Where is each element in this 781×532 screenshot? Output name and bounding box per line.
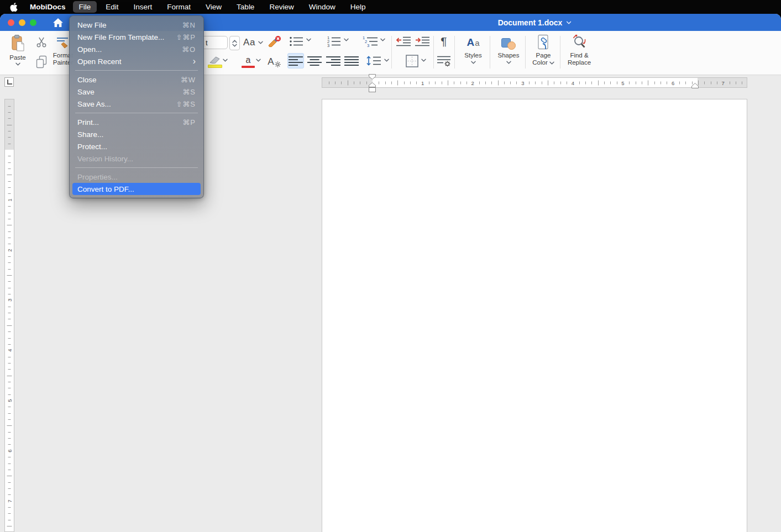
multilevel-list-button[interactable]: 123: [361, 34, 379, 49]
paste-button[interactable]: Paste: [4, 33, 31, 73]
document-title: Document 1.docx: [498, 18, 563, 27]
menubar-item-file[interactable]: File: [73, 1, 97, 13]
svg-text:3: 3: [327, 43, 329, 47]
menu-item-open[interactable]: Open...⌘O: [72, 43, 201, 55]
ruler-tick: [736, 81, 736, 84]
shapes-icon: [501, 33, 516, 52]
ruler-tick: [554, 81, 554, 84]
borders-chevron-icon[interactable]: [421, 59, 426, 62]
numbered-list-button[interactable]: 123: [326, 34, 342, 49]
first-line-indent-marker[interactable]: [369, 74, 376, 80]
menubar-item-format[interactable]: Format: [161, 1, 197, 13]
page-color-label-line2: Color: [532, 59, 547, 66]
menu-item-new-file[interactable]: New File⌘N: [72, 19, 201, 31]
shapes-button[interactable]: Shapes: [493, 33, 524, 73]
decrease-indent-button[interactable]: [395, 34, 412, 49]
ruler-tick: [8, 187, 11, 188]
copy-button[interactable]: [34, 54, 49, 70]
font-color-dropdown-chevron-icon[interactable]: [256, 59, 261, 62]
ruler-tick: [7, 125, 12, 125]
ruler-number: 1: [421, 80, 424, 86]
text-effects-button[interactable]: A: [266, 54, 282, 70]
show-paragraph-marks-button[interactable]: ¶: [437, 33, 451, 50]
menu-item-share[interactable]: Share...: [72, 128, 201, 140]
left-tab-icon: [7, 80, 12, 85]
ruler-tick: [348, 80, 348, 85]
cut-button[interactable]: [34, 34, 49, 50]
ruler-tick: [542, 81, 542, 84]
menubar-item-insert[interactable]: Insert: [128, 1, 159, 13]
document-page[interactable]: [322, 99, 747, 532]
align-left-button[interactable]: [287, 53, 304, 69]
ruler-tick: [711, 81, 711, 84]
ruler-tick: [654, 81, 655, 84]
tab-stop-selector[interactable]: [4, 77, 14, 87]
close-window-button[interactable]: [8, 19, 14, 26]
menu-item-save-as[interactable]: Save As...⇧⌘S: [72, 98, 201, 110]
bullet-list-button[interactable]: [288, 34, 305, 49]
ruler-tick: [8, 281, 11, 282]
ruler-tick: [460, 81, 461, 84]
home-button[interactable]: [52, 17, 64, 28]
ruler-tick: [560, 81, 561, 84]
ruler-tick: [491, 81, 492, 84]
multilevel-list-chevron-icon[interactable]: [380, 38, 385, 41]
highlight-dropdown-chevron-icon[interactable]: [223, 59, 228, 62]
menubar-item-window[interactable]: Window: [303, 1, 342, 13]
menu-item-print[interactable]: Print...⌘P: [72, 116, 201, 128]
ruler-tick: [8, 470, 11, 470]
menubar-item-review[interactable]: Review: [263, 1, 300, 13]
styles-button[interactable]: Aa Styles: [458, 33, 489, 73]
align-right-button[interactable]: [325, 53, 342, 69]
ruler-tick: [410, 81, 411, 84]
app-name[interactable]: MobiDocs: [30, 3, 66, 11]
menu-item-new-file-from-template[interactable]: New File From Template...⇧⌘P: [72, 31, 201, 43]
right-indent-marker[interactable]: [691, 83, 699, 88]
borders-button[interactable]: [403, 53, 421, 69]
apple-logo-icon[interactable]: [10, 3, 18, 12]
bullet-list-chevron-icon[interactable]: [306, 38, 311, 41]
find-replace-button[interactable]: Find & Replace: [563, 33, 596, 73]
menu-separator: [75, 167, 198, 168]
clear-formatting-button[interactable]: [266, 34, 282, 50]
font-color-button[interactable]: a: [240, 54, 256, 70]
ruler-number: 7: [7, 499, 13, 502]
line-options-button[interactable]: [436, 53, 452, 69]
ruler-tick: [8, 294, 11, 294]
menu-item-label: Protect...: [77, 143, 196, 151]
menubar-item-help[interactable]: Help: [344, 1, 372, 13]
text-effects-letter: A: [268, 56, 274, 67]
ruler-number: 3: [7, 299, 13, 302]
decrease-indent-icon: [396, 36, 411, 47]
change-case-button[interactable]: Aa: [241, 36, 265, 49]
menubar-item-table[interactable]: Table: [230, 1, 260, 13]
hanging-indent-marker[interactable]: [369, 82, 376, 87]
menu-item-convert-to-pdf[interactable]: Convert to PDF...: [72, 183, 201, 195]
ruler-number: 5: [621, 80, 624, 86]
page-color-button[interactable]: Page Color: [527, 33, 559, 73]
ruler-tick: [485, 81, 486, 84]
menu-item-save[interactable]: Save⌘S: [72, 86, 201, 98]
menubar-item-edit[interactable]: Edit: [99, 1, 124, 13]
menu-item-close[interactable]: Close⌘W: [72, 73, 201, 86]
increase-indent-button[interactable]: [413, 34, 431, 49]
font-size-stepper[interactable]: [229, 36, 240, 50]
ruler-tick: [8, 463, 11, 464]
highlight-color-button[interactable]: [207, 54, 223, 70]
numbered-list-chevron-icon[interactable]: [344, 38, 349, 41]
menu-item-protect[interactable]: Protect...: [72, 140, 201, 152]
line-spacing-button[interactable]: [365, 53, 382, 69]
ruler-tick: [8, 288, 11, 288]
justify-button[interactable]: [343, 53, 360, 69]
minimize-window-button[interactable]: [19, 19, 25, 26]
align-center-button[interactable]: [306, 53, 323, 69]
page-color-chevron-icon: [549, 61, 554, 65]
ruler-number: 4: [7, 349, 13, 352]
left-indent-marker[interactable]: [369, 87, 376, 92]
document-title-chip[interactable]: Document 1.docx: [498, 14, 572, 31]
ruler-tick: [8, 256, 11, 257]
menu-item-open-recent[interactable]: Open Recent›: [72, 55, 201, 67]
menubar-item-view[interactable]: View: [200, 1, 228, 13]
line-spacing-chevron-icon[interactable]: [384, 59, 389, 62]
zoom-window-button[interactable]: [30, 19, 36, 26]
